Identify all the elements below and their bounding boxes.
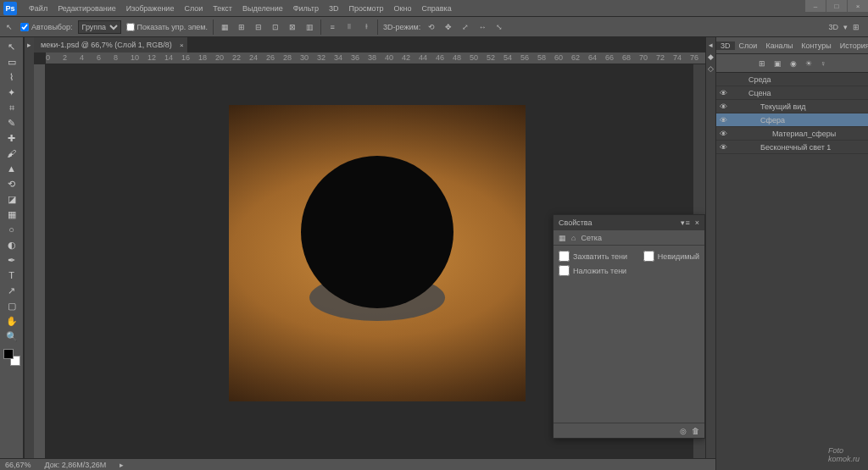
pen-tool[interactable]: ✒ xyxy=(3,252,21,268)
scale-icon[interactable]: ⤡ xyxy=(493,21,505,33)
path-tool[interactable]: ↗ xyxy=(3,283,21,298)
pan-icon[interactable]: ✥ xyxy=(442,21,454,33)
filter-all-icon[interactable]: ⊞ xyxy=(759,59,765,68)
menu-image[interactable]: Изображение xyxy=(121,4,180,13)
foreground-color[interactable] xyxy=(3,349,14,359)
wand-tool[interactable]: ✦ xyxy=(3,85,21,100)
menu-layer[interactable]: Слои xyxy=(179,4,208,13)
menu-file[interactable]: Файл xyxy=(24,4,53,13)
visibility-icon[interactable]: 👁 xyxy=(720,89,730,97)
properties-header[interactable]: Свойства ▾≡× xyxy=(554,215,704,230)
align-icon[interactable]: ⊞ xyxy=(236,21,248,33)
eraser-tool[interactable]: ◪ xyxy=(3,191,21,207)
tab-channels[interactable]: Каналы xyxy=(761,41,797,50)
menu-help[interactable]: Справка xyxy=(416,4,456,13)
tree-node[interactable]: 👁Текущий вид xyxy=(716,100,868,113)
minimize-button[interactable]: – xyxy=(805,0,826,12)
render-icon[interactable]: ◎ xyxy=(680,427,687,435)
visibility-icon[interactable]: 👁 xyxy=(720,116,730,124)
close-tab-icon[interactable]: × xyxy=(180,41,184,49)
search-icon[interactable]: ⊞ xyxy=(853,23,860,31)
distribute-icon[interactable]: ≡ xyxy=(326,21,338,33)
maximize-button[interactable]: □ xyxy=(826,0,847,12)
visibility-icon[interactable]: 👁 xyxy=(720,130,730,138)
hand-tool[interactable]: ✋ xyxy=(3,313,21,329)
coords-icon[interactable]: ⌂ xyxy=(571,234,576,242)
align-icon[interactable]: ▦ xyxy=(219,21,231,33)
autoselect-input[interactable] xyxy=(20,23,29,31)
history-brush-tool[interactable]: ⟲ xyxy=(3,176,21,191)
stamp-tool[interactable]: ▲ xyxy=(3,161,21,176)
panel-close-icon[interactable]: × xyxy=(695,218,699,227)
menu-3d[interactable]: 3D xyxy=(324,4,344,13)
tree-node[interactable]: 👁Сцена xyxy=(716,86,868,100)
shape-tool[interactable]: ▢ xyxy=(3,298,21,313)
eyedropper-tool[interactable]: ✎ xyxy=(3,115,21,130)
marquee-tool[interactable]: ▭ xyxy=(3,54,21,69)
document-tab[interactable]: меки-1.psd @ 66,7% (Слой 1, RGB/8) × xyxy=(34,37,188,53)
canvas[interactable] xyxy=(229,105,526,401)
close-button[interactable]: × xyxy=(848,0,868,12)
autoselect-checkbox[interactable]: Автовыбор: xyxy=(20,23,73,31)
orbit-icon[interactable]: ⟲ xyxy=(426,21,437,33)
workspace-arrow-icon[interactable]: ▾ xyxy=(843,23,848,31)
move-tool[interactable]: ↖ xyxy=(3,39,21,54)
trash-icon[interactable]: 🗑 xyxy=(692,427,699,435)
tab-3d[interactable]: 3D xyxy=(716,41,735,50)
dodge-tool[interactable]: ◐ xyxy=(3,237,21,252)
catch-shadows-checkbox[interactable]: Захватить тени xyxy=(559,251,627,262)
document-tab-label: меки-1.psd @ 66,7% (Слой 1, RGB/8) xyxy=(41,41,172,49)
document-info[interactable]: Док: 2,86M/3,26M xyxy=(45,461,107,469)
tab-history[interactable]: История xyxy=(836,41,868,50)
distribute-icon[interactable]: ⫲ xyxy=(360,21,372,33)
visibility-icon[interactable]: 👁 xyxy=(720,102,730,111)
filter-env-icon[interactable]: ♀ xyxy=(821,59,826,68)
visibility-icon[interactable]: 👁 xyxy=(720,143,730,152)
panel-icon[interactable]: ◂ xyxy=(709,41,713,49)
tree-node[interactable]: 👁Бесконечный свет 1 xyxy=(716,141,868,154)
autoselect-dropdown[interactable]: Группа xyxy=(78,20,121,34)
healing-tool[interactable]: ✚ xyxy=(3,130,21,146)
align-icon[interactable]: ⊟ xyxy=(253,21,264,33)
show-controls-input[interactable] xyxy=(126,23,135,31)
type-tool[interactable]: T xyxy=(3,268,21,283)
tree-node[interactable]: 👁Материал_сферы xyxy=(716,127,868,141)
menu-edit[interactable]: Редактирование xyxy=(53,4,121,13)
zoom-level[interactable]: 66,67% xyxy=(5,461,31,469)
invisible-checkbox[interactable]: Невидимый xyxy=(643,251,699,262)
align-icon[interactable]: ⊡ xyxy=(270,21,281,33)
panel-icon[interactable]: ◇ xyxy=(708,64,714,73)
color-swatches[interactable] xyxy=(3,349,20,366)
menu-view[interactable]: Просмотр xyxy=(343,4,388,13)
blur-tool[interactable]: ○ xyxy=(3,222,21,237)
panel-icon[interactable]: ◆ xyxy=(708,53,714,61)
distribute-icon[interactable]: ⫴ xyxy=(343,21,355,33)
menu-window[interactable]: Окно xyxy=(389,4,417,13)
menu-filter[interactable]: Фильтр xyxy=(288,4,324,13)
align-icon[interactable]: ▥ xyxy=(303,21,315,33)
filter-light-icon[interactable]: ☀ xyxy=(805,59,812,68)
crop-tool[interactable]: ⌗ xyxy=(3,100,21,115)
filter-material-icon[interactable]: ◉ xyxy=(790,59,797,68)
panel-menu-icon[interactable]: ▾≡ xyxy=(681,218,689,227)
menu-select[interactable]: Выделение xyxy=(237,4,288,13)
status-arrow-icon[interactable]: ▸ xyxy=(120,461,124,469)
dolly-icon[interactable]: ⤢ xyxy=(459,21,471,33)
show-controls-checkbox[interactable]: Показать упр. элем. xyxy=(126,23,208,31)
overlay-shadows-checkbox[interactable]: Наложить тени xyxy=(559,265,699,276)
brush-tool[interactable]: 🖌 xyxy=(3,146,21,161)
tab-paths[interactable]: Контуры xyxy=(797,41,835,50)
workspace-switcher[interactable]: 3D xyxy=(828,23,838,31)
menu-type[interactable]: Текст xyxy=(208,4,237,13)
slide-icon[interactable]: ↔ xyxy=(476,21,488,33)
zoom-tool[interactable]: 🔍 xyxy=(3,329,21,344)
filter-mesh-icon[interactable]: ▣ xyxy=(774,59,782,68)
sphere-object[interactable] xyxy=(301,156,453,308)
lasso-tool[interactable]: ⌇ xyxy=(3,69,21,85)
tab-layers[interactable]: Слои xyxy=(735,41,762,50)
align-icon[interactable]: ⊠ xyxy=(287,21,298,33)
tree-node[interactable]: Среда xyxy=(716,73,868,86)
gradient-tool[interactable]: ▦ xyxy=(3,207,21,222)
tree-node[interactable]: 👁Сфера xyxy=(716,113,868,127)
panel-icon[interactable]: ▸ xyxy=(27,41,31,49)
